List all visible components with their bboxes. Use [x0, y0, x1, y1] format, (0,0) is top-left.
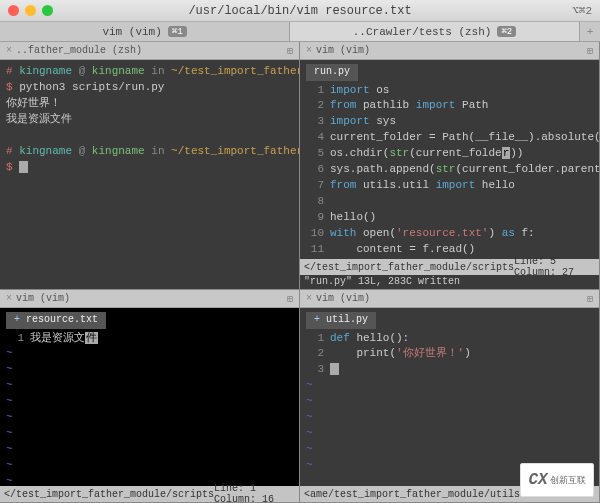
- new-tab-button[interactable]: +: [580, 22, 600, 41]
- window-shortcut: ⌥⌘2: [572, 4, 592, 17]
- shell-output[interactable]: # kingname @ kingname in ~/test_import_f…: [0, 60, 299, 289]
- file-tab-runpy[interactable]: run.py: [306, 64, 358, 81]
- window-titlebar: /usr/local/bin/vim resource.txt ⌥⌘2: [0, 0, 600, 22]
- tab-left-badge: ⌘1: [168, 26, 187, 37]
- util-editor[interactable]: util.py 1def hello(): 2 print('你好世界！') 3…: [300, 308, 599, 486]
- tab-right[interactable]: ..Crawler/tests (zsh) ⌘2: [290, 22, 580, 41]
- pane-close-icon[interactable]: ×: [306, 293, 312, 304]
- runpy-editor[interactable]: run.py 1import os 2from pathlib import P…: [300, 60, 599, 259]
- cursor: r: [502, 147, 511, 159]
- file-tab-util[interactable]: util.py: [306, 312, 376, 329]
- watermark-logo: CX创新互联: [520, 463, 594, 497]
- cursor: 件: [85, 332, 98, 344]
- pane-shell-label: × ..father_module (zsh) ⊞: [0, 42, 299, 60]
- pane-runpy: × vim (vim) ⊞ run.py 1import os 2from pa…: [300, 42, 600, 290]
- resource-editor[interactable]: resource.txt 1我是资源文件 ~~~ ~~~ ~~~: [0, 308, 299, 486]
- window-tabbar: vim (vim) ⌘1 ..Crawler/tests (zsh) ⌘2 +: [0, 22, 600, 42]
- pane-resource-label: × vim (vim) ⊞: [0, 290, 299, 308]
- window-title: /usr/local/bin/vim resource.txt: [0, 4, 600, 18]
- maximize-icon[interactable]: [42, 5, 53, 16]
- cursor: [19, 161, 28, 173]
- pane-close-icon[interactable]: ×: [6, 45, 12, 56]
- pane-shell: × ..father_module (zsh) ⊞ # kingname @ k…: [0, 42, 300, 290]
- tab-right-label: ..Crawler/tests (zsh): [353, 26, 492, 38]
- resource-status: </test_import_father_module/scripts Line…: [0, 486, 299, 502]
- runpy-message: "run.py" 13L, 283C written: [300, 275, 599, 289]
- pane-expand-icon[interactable]: ⊞: [287, 45, 293, 57]
- pane-util-label: × vim (vim) ⊞: [300, 290, 599, 308]
- traffic-lights: [0, 5, 53, 16]
- pane-resource: × vim (vim) ⊞ resource.txt 1我是资源文件 ~~~ ~…: [0, 290, 300, 503]
- tab-left[interactable]: vim (vim) ⌘1: [0, 22, 290, 41]
- pane-runpy-label: × vim (vim) ⊞: [300, 42, 599, 60]
- close-icon[interactable]: [8, 5, 19, 16]
- pane-close-icon[interactable]: ×: [6, 293, 12, 304]
- pane-expand-icon[interactable]: ⊞: [587, 293, 593, 305]
- tab-right-badge: ⌘2: [497, 26, 516, 37]
- tab-left-label: vim (vim): [102, 26, 161, 38]
- minimize-icon[interactable]: [25, 5, 36, 16]
- pane-close-icon[interactable]: ×: [306, 45, 312, 56]
- pane-expand-icon[interactable]: ⊞: [587, 45, 593, 57]
- pane-expand-icon[interactable]: ⊞: [287, 293, 293, 305]
- cursor: [330, 363, 339, 375]
- runpy-status: </test_import_father_module/scripts Line…: [300, 259, 599, 275]
- file-tab-resource[interactable]: resource.txt: [6, 312, 106, 329]
